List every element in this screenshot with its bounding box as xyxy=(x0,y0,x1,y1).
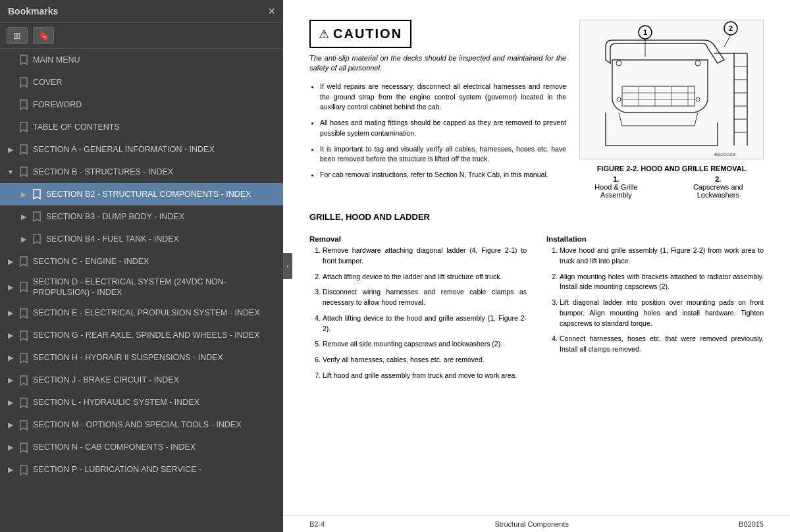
part2-num: 2. xyxy=(715,175,721,183)
sidebar-item-label: SECTION N - CAB COMPONENTS - INDEX xyxy=(33,442,276,452)
removal-steps: Remove hardware attaching diagonal ladde… xyxy=(309,246,527,381)
installation-step: Align mounting holes with brackets attac… xyxy=(560,272,764,293)
sidebar-item-label: SECTION B4 - FUEL TANK - INDEX xyxy=(46,234,276,244)
bookmark-item-icon xyxy=(18,442,29,453)
expand-arrow-icon: ▶ xyxy=(18,190,29,199)
installation-column: Installation Move hood and grille assemb… xyxy=(546,227,764,386)
grid-icon: ⊞ xyxy=(13,30,21,41)
svg-point-21 xyxy=(616,61,621,66)
bookmark-item-icon xyxy=(18,77,29,88)
bookmark-item-icon xyxy=(18,122,29,132)
svg-point-23 xyxy=(617,97,621,101)
sidebar-item-label: SECTION J - BRAKE CIRCUIT - INDEX xyxy=(33,375,276,385)
caution-text: The anti-slip material on the decks shou… xyxy=(309,53,566,74)
installation-step: Lift diagonal ladder into position over … xyxy=(560,298,764,329)
bookmark-item-icon xyxy=(18,398,29,408)
removal-step: Attach lifting device to the ladder and … xyxy=(323,272,527,282)
expand-arrow-icon: ▶ xyxy=(5,421,16,429)
sidebar-item-sec-e[interactable]: ▶SECTION E - ELECTRICAL PROPULSION SYSTE… xyxy=(0,302,283,325)
sidebar-item-label: SECTION P - LUBRICATION AND SERVICE - xyxy=(33,464,276,475)
bookmark-list: MAIN MENUCOVERFOREWORDTABLE OF CONTENTS▶… xyxy=(0,49,283,532)
sidebar-item-label: SECTION H - HYDRAIR II SUSPENSIONS - IND… xyxy=(33,352,276,363)
svg-text:2: 2 xyxy=(729,24,733,32)
expand-arrow-icon: ▶ xyxy=(5,466,16,474)
document-panel: ⚠ CAUTION The anti-slip material on the … xyxy=(283,0,790,532)
bookmark-view-button[interactable]: 🔖 xyxy=(33,27,54,44)
caution-bullet-item: It is important to tag and visually veri… xyxy=(320,144,566,165)
expand-arrow-icon: ▶ xyxy=(5,309,16,317)
sidebar-item-sec-j[interactable]: ▶SECTION J - BRAKE CIRCUIT - INDEX xyxy=(0,369,283,392)
bookmark-item-icon xyxy=(18,282,29,292)
svg-rect-4 xyxy=(622,86,695,106)
sidebar-item-sec-p[interactable]: ▶SECTION P - LUBRICATION AND SERVICE - xyxy=(0,459,283,481)
bookmark-item-icon xyxy=(18,465,29,475)
installation-steps: Move hood and grille assembly (1, Figure… xyxy=(546,246,764,355)
removal-step: Lift hood and grille assembly from truck… xyxy=(323,371,527,381)
figure-caption: FIGURE 2-2. HOOD AND GRILLE REMOVAL xyxy=(597,165,747,173)
sidebar-item-foreword[interactable]: FOREWORD xyxy=(0,93,283,116)
sidebar-item-sec-m[interactable]: ▶SECTION M - OPTIONS AND SPECIAL TOOLS -… xyxy=(0,414,283,437)
svg-text:1: 1 xyxy=(643,28,647,36)
caution-bullet-item: All hoses and mating fittings should be … xyxy=(320,118,566,139)
sidebar-item-sec-n[interactable]: ▶SECTION N - CAB COMPONENTS - INDEX xyxy=(0,437,283,459)
figure-image: 1 2 xyxy=(579,20,764,159)
figure-right: 1 2 xyxy=(579,20,764,199)
svg-text:B020028: B020028 xyxy=(714,151,736,157)
bookmark-item-icon xyxy=(18,308,29,319)
sidebar-item-sec-l[interactable]: ▶SECTION L - HYDRAULIC SYSTEM - INDEX xyxy=(0,392,283,414)
sidebar-item-sec-a[interactable]: ▶SECTION A - GENERAL INFORMATION - INDEX xyxy=(0,138,283,161)
svg-point-22 xyxy=(696,97,700,101)
expand-arrow-icon: ▶ xyxy=(5,376,16,385)
sidebar-item-sec-h[interactable]: ▶SECTION H - HYDRAIR II SUSPENSIONS - IN… xyxy=(0,347,283,369)
bookmark-item-icon xyxy=(18,375,29,386)
expand-arrow-icon: ▶ xyxy=(5,146,16,154)
sidebar-item-label: SECTION E - ELECTRICAL PROPULSION SYSTEM… xyxy=(33,307,276,318)
sidebar-item-label: SECTION A - GENERAL INFORMATION - INDEX xyxy=(33,144,276,155)
svg-point-20 xyxy=(695,61,700,66)
sidebar-item-label: SECTION B - STRUCTURES - INDEX xyxy=(33,167,276,177)
grid-view-button[interactable]: ⊞ xyxy=(7,27,28,44)
bookmark-item-icon xyxy=(18,256,29,267)
part2-label: Capscrews and Lockwashers xyxy=(693,183,743,199)
bookmark-item-icon xyxy=(18,167,29,177)
removal-step: Verify all harnesses, cables, hoses etc.… xyxy=(323,355,527,365)
installation-step: Connect harnesses, hoses etc. that were … xyxy=(560,334,764,355)
bookmark-icon: 🔖 xyxy=(38,30,49,41)
caution-triangle-icon: ⚠ xyxy=(319,27,329,41)
sidebar-item-sec-b4[interactable]: ▶SECTION B4 - FUEL TANK - INDEX xyxy=(0,228,283,250)
sidebar-item-sec-b3[interactable]: ▶SECTION B3 - DUMP BODY - INDEX xyxy=(0,205,283,228)
sidebar-item-toc[interactable]: TABLE OF CONTENTS xyxy=(0,116,283,138)
sidebar-collapse-button[interactable]: ‹ xyxy=(283,253,292,279)
svg-line-25 xyxy=(724,35,731,47)
caution-box: ⚠ CAUTION xyxy=(309,20,411,48)
sidebar-item-sec-c[interactable]: ▶SECTION C - ENGINE - INDEX xyxy=(0,250,283,273)
installation-title: Installation xyxy=(546,235,764,243)
expand-arrow-icon: ▶ xyxy=(5,283,16,292)
part1-label: Hood & Grille Assembly xyxy=(594,183,637,199)
sidebar-item-label: SECTION M - OPTIONS AND SPECIAL TOOLS - … xyxy=(33,419,276,430)
expand-arrow-icon: ▶ xyxy=(18,235,29,244)
removal-step: Remove all side mounting capscrews and l… xyxy=(323,339,527,350)
figure-part-1: 1. Hood & Grille Assembly xyxy=(579,175,653,199)
sidebar-item-cover[interactable]: COVER xyxy=(0,71,283,93)
sidebar-item-main-menu[interactable]: MAIN MENU xyxy=(0,49,283,71)
caution-left: ⚠ CAUTION The anti-slip material on the … xyxy=(309,20,566,199)
close-button[interactable]: × xyxy=(268,5,275,17)
sidebar-item-label: SECTION L - HYDRAULIC SYSTEM - INDEX xyxy=(33,397,276,408)
removal-step: Disconnect wiring harnesses and remove c… xyxy=(323,287,527,308)
footer-center: Structural Components xyxy=(494,520,569,528)
sidebar-item-sec-g[interactable]: ▶SECTION G - REAR AXLE, SPINDLE AND WHEE… xyxy=(0,325,283,347)
bookmark-item-icon xyxy=(32,189,42,200)
document-footer: B2-4 Structural Components B02015 xyxy=(283,516,790,532)
sidebar-item-sec-d[interactable]: ▶SECTION D - ELECTRICAL SYSTEM (24VDC NO… xyxy=(0,273,283,302)
sidebar-item-label: SECTION G - REAR AXLE, SPINDLE AND WHEEL… xyxy=(33,330,276,340)
bookmark-item-icon xyxy=(18,55,29,65)
bookmark-item-icon xyxy=(18,144,29,155)
expand-arrow-icon: ▼ xyxy=(5,168,16,176)
sidebar-item-label: COVER xyxy=(33,77,276,88)
caution-bullet-item: For cab removal instructions, refer to S… xyxy=(320,170,566,180)
two-col-content: Removal Remove hardware attaching diagon… xyxy=(309,227,764,386)
sidebar-item-sec-b2[interactable]: ▶SECTION B2 - STRUCTURAL COMPONENTS - IN… xyxy=(0,183,283,205)
sidebar-item-sec-b[interactable]: ▼SECTION B - STRUCTURES - INDEX xyxy=(0,161,283,183)
section-title: GRILLE, HOOD AND LADDER xyxy=(309,212,764,222)
